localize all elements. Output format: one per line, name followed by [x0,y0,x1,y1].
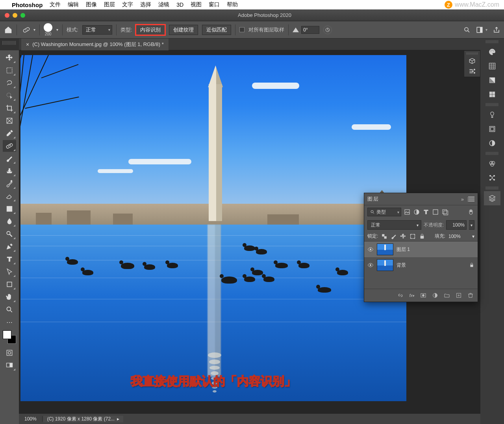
app-name[interactable]: Photoshop [12,2,43,8]
layer-row[interactable]: 背景 [364,257,478,273]
shape-tool[interactable] [3,278,16,290]
lock-transparency-icon[interactable] [381,233,387,240]
quick-select-tool[interactable] [3,90,16,101]
filter-type-icon[interactable] [422,208,430,216]
layer-name[interactable]: 背景 [397,262,466,269]
menu-filter[interactable]: 滤镜 [158,1,169,8]
color-panel-tab[interactable] [484,45,500,59]
search-icon[interactable] [463,26,471,33]
layer-thumbnail[interactable] [377,243,393,255]
clone-stamp-tool[interactable] [3,165,16,177]
delete-layer-icon[interactable] [467,292,474,299]
group-icon[interactable] [444,292,450,299]
document-canvas[interactable]: 我直接使用默认的「内容识别」 [20,55,406,401]
channels-panel-tab[interactable] [484,157,500,171]
fill-dropdown[interactable]: ▾ [472,234,474,239]
create-texture-button[interactable]: 创建纹理 [169,25,198,35]
lock-position-icon[interactable] [400,233,406,240]
history-brush-tool[interactable] [3,178,16,190]
patterns-panel-tab[interactable] [484,87,500,101]
crop-tool[interactable] [3,102,16,114]
dodge-tool[interactable] [3,228,16,240]
proximity-match-button[interactable]: 近似匹配 [202,25,231,35]
opacity-value[interactable]: 100% [446,220,467,230]
new-layer-icon[interactable] [456,292,462,299]
blend-mode-select[interactable]: 正常 [367,220,421,230]
doc-info[interactable]: (C) 1920 像素 x 1280 像素 (72...▸ [43,416,123,422]
panel-grip[interactable] [467,52,478,55]
dock-grip[interactable] [486,40,498,43]
spot-healing-tool[interactable] [3,140,16,152]
content-aware-button[interactable]: 内容识别 [136,25,165,35]
pen-tool[interactable] [3,241,16,253]
layer-row[interactable]: 图层 1 [364,241,478,257]
eraser-tool[interactable] [3,190,16,202]
type-tool[interactable] [3,253,16,265]
lock-pixels-icon[interactable] [391,233,397,240]
window-close[interactable] [5,13,9,18]
filter-toggle-icon[interactable] [467,208,474,216]
opacity-dropdown[interactable]: ▾ [469,220,474,230]
toolbar-grip[interactable] [2,41,17,45]
filter-adjust-icon[interactable] [413,208,420,216]
collapsed-panels[interactable] [464,50,480,77]
window-minimize[interactable] [13,13,17,18]
menu-file[interactable]: 文件 [50,1,61,8]
mode-select[interactable]: 正常 [82,25,112,35]
gradients-panel-tab[interactable] [484,73,500,87]
pressure-size-icon[interactable] [323,26,332,34]
layers-panel[interactable]: 图层 » | 类型 正常 不透明度: 100% ▾ 锁定: 填充: 100% ▾ [364,193,478,302]
layers-panel-tab[interactable] [484,191,500,205]
chevron-down-icon[interactable]: ▾ [56,28,58,32]
zoom-level[interactable]: 100% [19,416,43,422]
adjustment-layer-icon[interactable] [432,292,438,299]
fill-value[interactable]: 100% [448,234,469,239]
learn-panel-tab[interactable] [484,108,500,122]
filter-pixel-icon[interactable] [404,208,411,216]
eyedropper-tool[interactable] [3,127,16,139]
screenmode-toggle[interactable] [3,359,16,371]
lock-all-icon[interactable] [419,233,425,240]
3d-icon[interactable] [468,57,476,65]
brush-size-preview[interactable]: 200 [44,23,52,36]
brush-angle[interactable] [293,26,319,34]
mask-icon[interactable] [420,292,426,299]
blur-tool[interactable] [3,216,16,227]
lock-artboard-icon[interactable] [410,233,416,240]
close-tab-icon[interactable]: × [26,41,29,48]
share-icon[interactable] [493,26,500,33]
edit-toolbar[interactable]: ⋯ [3,318,16,326]
menu-view[interactable]: 视图 [191,1,202,8]
foreground-color[interactable] [3,330,11,339]
marquee-tool[interactable] [3,65,16,76]
menu-window[interactable]: 窗口 [209,1,220,8]
path-select-tool[interactable] [3,266,16,278]
workspace-icon[interactable] [476,26,483,33]
panel-menu-icon[interactable] [468,197,474,201]
hand-tool[interactable] [3,291,16,303]
zoom-tool[interactable] [3,304,16,315]
gradient-tool[interactable] [3,203,16,215]
color-swatches[interactable] [2,330,17,344]
dock-grip[interactable] [486,152,498,155]
move-tool[interactable] [3,52,16,64]
menu-image[interactable]: 图像 [86,1,97,8]
chevron-down-icon[interactable]: ▾ [485,28,487,32]
layer-thumbnail[interactable] [377,259,393,271]
fx-icon[interactable]: fx▾ [409,293,415,298]
menu-3d[interactable]: 3D [176,2,183,8]
menu-type[interactable]: 文字 [122,1,133,8]
dock-grip[interactable] [486,186,498,190]
frame-tool[interactable] [3,115,16,127]
menu-edit[interactable]: 编辑 [68,1,79,8]
angle-input[interactable] [301,26,319,34]
lasso-tool[interactable] [3,77,16,89]
collapse-icon[interactable]: » [461,196,464,202]
visibility-icon[interactable] [367,246,374,253]
filter-shape-icon[interactable] [432,208,439,216]
menu-help[interactable]: 帮助 [227,1,238,8]
layer-name[interactable]: 图层 1 [397,246,474,253]
dock-grip[interactable] [486,103,498,106]
window-maximize[interactable] [20,13,25,18]
paths-panel-tab[interactable] [484,171,500,185]
